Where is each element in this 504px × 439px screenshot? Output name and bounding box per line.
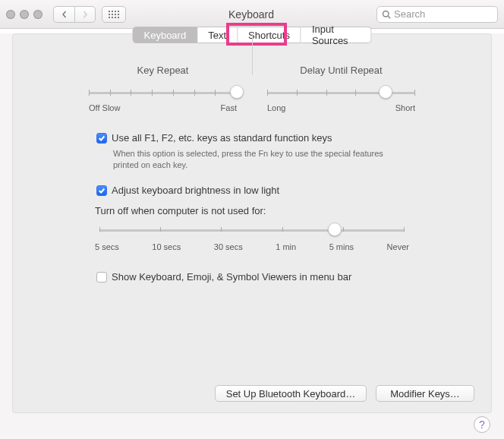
panel: Keyboard Text Shortcuts Input Sources Ke… <box>12 33 492 413</box>
fn-keys-row: Use all F1, F2, etc. keys as standard fu… <box>96 132 408 144</box>
footer-buttons: Set Up Bluetooth Keyboard… Modifier Keys… <box>215 385 474 402</box>
check-icon <box>98 187 106 194</box>
menubar-label: Show Keyboard, Emoji, & Symbol Viewers i… <box>112 271 351 283</box>
search-input[interactable]: Search <box>376 6 498 23</box>
delay-title: Delay Until Repeat <box>252 65 430 76</box>
window-title: Keyboard <box>132 8 370 21</box>
zoom-icon[interactable] <box>33 10 43 19</box>
search-icon <box>382 10 391 19</box>
back-button[interactable] <box>53 6 74 23</box>
search-placeholder: Search <box>394 8 425 20</box>
brightness-row: Adjust keyboard brightness in low light <box>96 185 408 196</box>
forward-button[interactable] <box>74 6 96 23</box>
modifier-keys-button[interactable]: Modifier Keys… <box>376 385 474 402</box>
tab-shortcuts[interactable]: Shortcuts <box>238 27 301 43</box>
chevron-right-icon <box>81 11 89 18</box>
svg-point-0 <box>383 11 389 17</box>
delay-thumb[interactable] <box>379 85 392 99</box>
tab-input-sources[interactable]: Input Sources <box>301 27 372 43</box>
top-sliders: Key Repeat Off Slow Fast Delay Until Rep… <box>74 65 430 112</box>
grid-icon <box>109 11 119 18</box>
bluetooth-button[interactable]: Set Up Bluetooth Keyboard… <box>215 385 367 402</box>
turnoff-track[interactable] <box>99 223 405 238</box>
window-controls[interactable] <box>6 10 43 19</box>
chevron-left-icon <box>61 11 68 18</box>
show-all-button[interactable] <box>102 6 126 23</box>
key-repeat-track[interactable] <box>89 85 237 100</box>
content: Use all F1, F2, etc. keys as standard fu… <box>96 132 408 283</box>
minimize-icon[interactable] <box>20 10 29 19</box>
menubar-checkbox[interactable] <box>96 272 107 283</box>
turnoff-slider: 5 secs 10 secs 30 secs 1 min 5 mins Neve… <box>95 223 409 251</box>
tab-keyboard[interactable]: Keyboard <box>133 27 198 43</box>
fn-keys-checkbox[interactable] <box>96 133 107 144</box>
turnoff-label: Turn off when computer is not used for: <box>95 205 408 216</box>
nav-segment <box>53 6 96 23</box>
check-icon <box>98 134 106 142</box>
close-icon[interactable] <box>6 10 15 19</box>
fn-keys-label: Use all F1, F2, etc. keys as standard fu… <box>112 132 332 144</box>
key-repeat-title: Key Repeat <box>74 65 252 76</box>
stage: Keyboard Text Shortcuts Input Sources Ke… <box>0 33 504 439</box>
key-repeat-slider: Key Repeat Off Slow Fast <box>74 65 252 112</box>
brightness-checkbox[interactable] <box>96 185 107 196</box>
toolbar: Keyboard Search <box>0 0 504 29</box>
brightness-label: Adjust keyboard brightness in low light <box>112 185 279 196</box>
delay-track[interactable] <box>267 85 415 100</box>
help-button[interactable]: ? <box>474 416 490 433</box>
menubar-row: Show Keyboard, Emoji, & Symbol Viewers i… <box>96 271 408 283</box>
delay-slider: Delay Until Repeat Long Short <box>252 65 430 112</box>
fn-keys-sub: When this option is selected, press the … <box>113 148 386 171</box>
turnoff-thumb[interactable] <box>328 223 342 236</box>
key-repeat-thumb[interactable] <box>230 85 244 99</box>
tab-text[interactable]: Text <box>197 27 238 43</box>
svg-line-1 <box>388 16 390 18</box>
